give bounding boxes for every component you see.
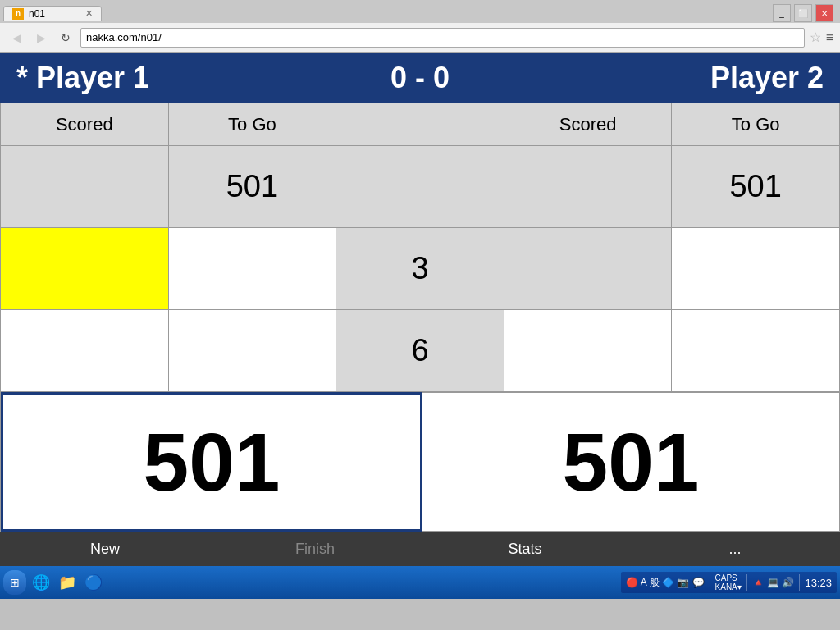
system-tray: 🔴 A 般 🔷 📷 💬 CAPSKANA▾ 🔺 💻 🔊 13:23 — [621, 572, 837, 593]
tab-favicon: n — [12, 8, 24, 20]
taskbar-clock: 13:23 — [805, 577, 832, 589]
col5-header: To Go — [672, 103, 840, 146]
tab-title: n01 — [29, 8, 45, 20]
p2-scored-row1 — [504, 146, 673, 228]
big-score-p2[interactable]: 501 — [422, 392, 840, 532]
player2-name: Player 2 — [555, 61, 824, 95]
taskbar-chrome-icon[interactable]: 🔵 — [82, 571, 105, 594]
p2-scored-row3 — [504, 310, 673, 392]
caps-lock-indicator: CAPSKANA▾ — [715, 573, 742, 591]
match-score: 0 - 0 — [285, 61, 555, 95]
stats-button[interactable]: Stats — [420, 541, 630, 558]
windows-logo-icon: ⊞ — [10, 576, 20, 589]
taskbar-ie-icon[interactable]: 🌐 — [30, 571, 52, 594]
p1-scored-row3 — [1, 310, 169, 392]
center-row2: 3 — [336, 228, 504, 310]
p1-togo-row1: 501 — [169, 146, 337, 228]
game-header: * Player 1 0 - 0 Player 2 — [0, 53, 840, 103]
p2-togo-row1: 501 — [672, 146, 840, 228]
col3-header — [336, 103, 504, 146]
address-bar[interactable] — [80, 28, 805, 48]
center-row3: 6 — [336, 310, 504, 392]
more-button[interactable]: ... — [630, 541, 840, 558]
center-row1 — [336, 146, 504, 228]
p1-togo-active — [169, 228, 337, 310]
tab-close-icon[interactable]: ✕ — [85, 8, 93, 19]
browser-chrome: n n01 ✕ _ ⬜ ✕ ◀ ▶ ↻ ☆ ≡ — [0, 0, 840, 53]
window-minimize-button[interactable]: _ — [773, 4, 791, 22]
browser-menu-button[interactable]: ≡ — [826, 30, 833, 45]
p1-togo-row3 — [169, 310, 337, 392]
player1-name: * Player 1 — [16, 61, 285, 95]
col4-header: Scored — [504, 103, 673, 146]
start-button[interactable]: ⊞ — [3, 570, 26, 595]
app-content: * Player 1 0 - 0 Player 2 Scored To Go S… — [0, 53, 840, 566]
p2-scored-active — [504, 228, 673, 310]
nav-bar: ◀ ▶ ↻ ☆ ≡ — [0, 23, 840, 52]
p1-scored-row1 — [1, 146, 169, 228]
tab-bar: n n01 ✕ _ ⬜ ✕ — [0, 0, 840, 23]
col1-header: Scored — [1, 103, 169, 146]
bookmark-star-button[interactable]: ☆ — [810, 30, 821, 45]
reload-button[interactable]: ↻ — [56, 28, 75, 48]
p1-scored-active — [1, 228, 169, 310]
window-close-button[interactable]: ✕ — [815, 4, 833, 22]
window-restore-button[interactable]: ⬜ — [794, 4, 812, 22]
back-button[interactable]: ◀ — [7, 28, 26, 48]
forward-button[interactable]: ▶ — [31, 28, 51, 48]
big-score-p1[interactable]: 501 — [1, 392, 422, 532]
big-score-row: 501 501 — [0, 392, 840, 532]
browser-tab[interactable]: n n01 ✕ — [3, 6, 102, 21]
taskbar-explorer-icon[interactable]: 📁 — [56, 571, 79, 594]
tray-icons: 🔴 A 般 🔷 📷 💬 — [626, 576, 704, 590]
p2-togo-row3 — [672, 310, 840, 392]
bottom-nav: New Finish Stats ... — [0, 532, 840, 566]
col2-header: To Go — [169, 103, 337, 146]
system-icons: 🔺 💻 🔊 — [752, 577, 795, 588]
p2-togo-active — [672, 228, 840, 310]
score-grid: Scored To Go Scored To Go 501 501 3 6 — [0, 103, 840, 392]
new-button[interactable]: New — [0, 541, 210, 558]
finish-button[interactable]: Finish — [210, 541, 420, 558]
taskbar: ⊞ 🌐 📁 🔵 🔴 A 般 🔷 📷 💬 CAPSKANA▾ 🔺 💻 🔊 13:2… — [0, 566, 840, 599]
